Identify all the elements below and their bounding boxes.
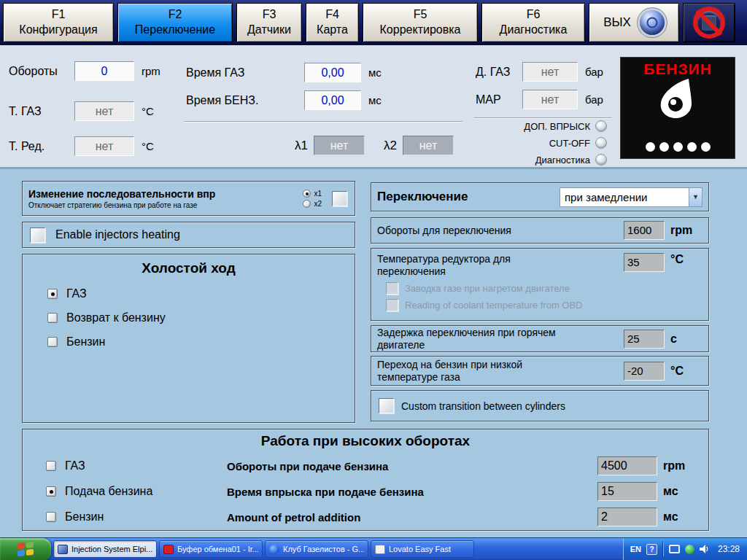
radio-petrol[interactable] xyxy=(47,337,58,347)
reducer-temp-input[interactable]: 35 xyxy=(624,253,665,272)
tab-fkey: F5 xyxy=(414,7,427,23)
gas-drop-logo-icon xyxy=(657,78,699,119)
switch-rpm-panel: Обороты для переключения 1600 rpm xyxy=(371,217,709,244)
x1-label: x1 xyxy=(314,190,322,198)
low-gas-temp-unit: °C xyxy=(670,365,703,378)
low-gas-temp-input[interactable]: -20 xyxy=(624,362,665,381)
option-label: Бензин xyxy=(65,510,104,524)
reducer-temp-switch-unit: °C xyxy=(670,253,703,266)
map-label: MAP xyxy=(476,93,522,106)
status-panel: Обороты 0 rpm Т. ГАЗ нет °C Т. Ред. нет … xyxy=(0,45,747,169)
injection-time-input[interactable]: 15 xyxy=(597,482,657,501)
extra-injection-label: ДОП. ВПРЫСК xyxy=(524,121,590,132)
chevron-down-icon[interactable]: ▼ xyxy=(689,188,702,206)
hot-engine-delay-unit: с xyxy=(670,332,703,346)
custom-transition-label: Custom transition between cylinders xyxy=(401,400,565,412)
tab-fkey: F1 xyxy=(52,7,66,23)
fuel-mode-display[interactable]: БЕНЗИН xyxy=(620,57,735,159)
taskbar-task-browser[interactable]: Клуб Газелистов - G... xyxy=(265,540,368,558)
petrol-rpm-input[interactable]: 4500 xyxy=(597,456,657,475)
reducer-temp-panel: Температура редуктора для переключения 3… xyxy=(371,248,709,321)
high-rpm-option-petrol[interactable]: Бензин xyxy=(46,510,227,524)
sequence-x1-option[interactable]: x1 xyxy=(303,190,322,198)
radio-return-petrol[interactable] xyxy=(47,313,58,323)
tab-label: Переключение xyxy=(135,23,215,38)
tab-f2-switching[interactable]: F2 Переключение xyxy=(117,3,233,42)
idle-option-return-to-petrol[interactable]: Возврат к бензину xyxy=(47,311,355,324)
switch-rpm-input[interactable]: 1600 xyxy=(624,221,665,240)
tab-f4-map[interactable]: F4 Карта xyxy=(306,3,359,42)
tray-volume-icon[interactable] xyxy=(700,545,710,553)
start-button[interactable] xyxy=(0,538,51,560)
hot-engine-delay-label: Задержка переключения при горячем двигат… xyxy=(377,327,581,351)
reducer-temp-switch-label: Температура редуктора для переключения xyxy=(377,253,581,278)
petrol-time-unit: мс xyxy=(368,94,382,106)
hot-engine-delay-panel: Задержка переключения при горячем двигат… xyxy=(371,325,709,352)
tab-label: Карта xyxy=(317,23,348,38)
idle-option-gas[interactable]: ГАЗ xyxy=(47,287,355,300)
exit-label: ВЫХ xyxy=(603,15,631,31)
hot-engine-delay-input[interactable]: 25 xyxy=(624,330,665,349)
low-gas-temp-panel: Переход на бензин при низкой температуре… xyxy=(371,356,709,386)
switching-mode-dropdown[interactable]: при замедлении ▼ xyxy=(560,187,703,207)
taskbar-clock: 23:28 xyxy=(718,544,740,554)
idle-option-petrol[interactable]: Бензин xyxy=(47,335,355,349)
rpm-label: Обороты xyxy=(9,65,74,78)
tray-shield-icon[interactable] xyxy=(685,545,694,554)
emergency-stop-button[interactable] xyxy=(683,3,735,42)
help-icon[interactable]: ? xyxy=(646,544,657,555)
taskbar: Injection System Elpi... Буфер обмена01 … xyxy=(0,537,747,560)
injection-app-icon xyxy=(58,545,68,554)
task-label: Injection System Elpi... xyxy=(71,545,152,553)
petrol-addition-input[interactable]: 2 xyxy=(597,508,657,526)
high-rpm-option-gas[interactable]: ГАЗ xyxy=(46,459,227,472)
switching-label: Переключение xyxy=(377,190,468,204)
injectors-heating-checkbox[interactable] xyxy=(30,228,45,243)
injectors-heating-label: Enable injectors heating xyxy=(55,228,180,241)
app-window: F1 Конфигурация F2 Переключение F3 Датчи… xyxy=(0,0,747,560)
obd-coolant-option: Reading of coolant temperature from OBD xyxy=(386,299,708,311)
low-gas-temp-label: Переход на бензин при низкой температуре… xyxy=(377,359,581,384)
tab-f5-correction[interactable]: F5 Корректировка xyxy=(363,3,478,42)
radio-high-gas[interactable] xyxy=(46,461,56,471)
row-description: Обороты при подаче бензина xyxy=(227,460,597,472)
idle-mode-panel: Холостой ход ГАЗ Возврат к бензину Бензи… xyxy=(22,254,355,423)
row-unit: мс xyxy=(663,485,695,498)
taskbar-task-clipboard[interactable]: Буфер обмена01 - Ir... xyxy=(159,540,263,558)
tab-f3-sensors[interactable]: F3 Датчики xyxy=(236,3,302,42)
taskbar-task-lovato[interactable]: Lovato Easy Fast xyxy=(371,540,474,558)
tab-label: Корректировка xyxy=(380,23,461,38)
tab-fkey: F3 xyxy=(263,7,276,23)
gas-pressure-readout: Д. ГАЗ нет бар xyxy=(476,62,603,82)
tray-display-icon[interactable] xyxy=(669,545,680,553)
extra-injection-indicator: ДОП. ВПРЫСК xyxy=(467,120,607,132)
option-label: ГАЗ xyxy=(65,459,85,472)
sequence-x2-option[interactable]: x2 xyxy=(303,200,322,208)
custom-transition-checkbox[interactable] xyxy=(379,398,394,413)
windows-logo-icon xyxy=(18,542,34,556)
radio-x2[interactable] xyxy=(303,200,311,208)
exit-button[interactable]: ВЫХ xyxy=(589,3,679,42)
tab-f6-diagnostics[interactable]: F6 Диагностика xyxy=(481,3,585,42)
injectors-heating-panel: Enable injectors heating xyxy=(22,222,355,248)
radio-x1[interactable] xyxy=(303,190,311,198)
map-value: нет xyxy=(522,90,578,109)
radio-high-petrol[interactable] xyxy=(46,512,56,522)
power-button-icon xyxy=(640,10,665,35)
row-description: Время впрыска при подаче бензина xyxy=(227,486,597,498)
radio-gas[interactable] xyxy=(47,289,58,299)
language-indicator[interactable]: EN xyxy=(630,545,641,553)
radio-petrol-supply[interactable] xyxy=(46,486,56,497)
gas-time-unit: мс xyxy=(368,66,382,79)
petrol-time-label: Время БЕНЗ. xyxy=(186,94,304,107)
high-rpm-option-petrol-supply[interactable]: Подача бензина xyxy=(46,485,227,498)
taskbar-task-injection-system[interactable]: Injection System Elpi... xyxy=(53,540,157,558)
map-unit: бар xyxy=(585,93,603,106)
gas-start-warm-engine-option: Заводка газе при нагретом двигателе xyxy=(386,282,708,295)
gas-time-readout: Время ГАЗ 0,00 мс xyxy=(186,63,382,82)
tab-f1-configuration[interactable]: F1 Конфигурация xyxy=(3,3,114,42)
rpm-unit: rpm xyxy=(142,65,160,77)
fuel-level-leds xyxy=(646,142,711,152)
sequence-checkbox[interactable] xyxy=(332,191,347,206)
custom-transition-panel: Custom transition between cylinders xyxy=(371,390,709,421)
